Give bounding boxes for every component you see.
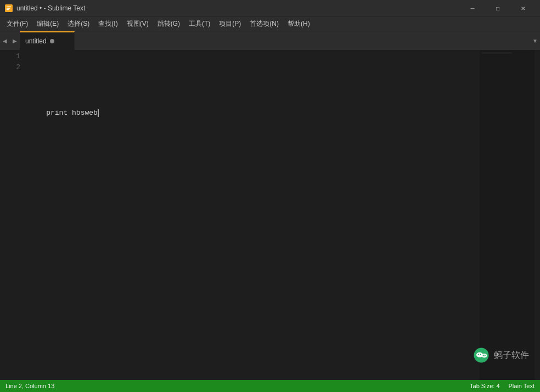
tab-untitled[interactable]: untitled: [20, 31, 75, 50]
cursor-position[interactable]: Line 2, Column 13: [5, 383, 54, 389]
editor-content[interactable]: print hbsweb: [25, 50, 480, 380]
line-number-2: 2: [0, 62, 20, 73]
svg-point-6: [483, 355, 484, 356]
tab-modified-indicator: [50, 39, 54, 43]
tab-dropdown-icon[interactable]: ▼: [530, 31, 540, 50]
tab-nav-left[interactable]: ◀: [0, 31, 10, 50]
code-text: print hbsweb: [46, 109, 98, 117]
status-bar: Line 2, Column 13 Tab Size: 4 Plain Text: [0, 380, 540, 392]
line-number-1: 1: [0, 51, 20, 62]
code-line-2: print hbsweb: [29, 108, 480, 119]
wechat-icon: [473, 347, 490, 363]
minimize-button[interactable]: ─: [460, 0, 485, 16]
tab-label: untitled: [25, 37, 47, 45]
window-controls: ─ □ ✕: [460, 0, 536, 16]
menu-help[interactable]: 帮助(H): [283, 18, 314, 30]
svg-point-5: [480, 354, 481, 355]
minimap-content: [480, 50, 535, 57]
svg-point-4: [478, 354, 479, 355]
maximize-button[interactable]: □: [485, 0, 510, 16]
menu-select[interactable]: 选择(S): [63, 18, 94, 30]
svg-point-3: [481, 354, 487, 358]
menu-find[interactable]: 查找(I): [94, 18, 122, 30]
svg-point-7: [485, 355, 486, 356]
tab-nav-right[interactable]: ▶: [10, 31, 20, 50]
window-title: untitled • - Sublime Text: [16, 4, 460, 12]
menu-edit[interactable]: 编辑(E): [32, 18, 63, 30]
tab-size[interactable]: Tab Size: 4: [470, 383, 499, 389]
status-right: Tab Size: 4 Plain Text: [470, 383, 535, 389]
vertical-scrollbar[interactable]: [535, 50, 540, 380]
watermark-text: 蚂子软件: [494, 350, 529, 361]
text-cursor: [98, 109, 99, 117]
status-left: Line 2, Column 13: [5, 383, 54, 389]
code-line-1: [29, 74, 480, 85]
line-numbers: 1 2: [0, 50, 25, 380]
title-bar: untitled • - Sublime Text ─ □ ✕: [0, 0, 540, 16]
close-button[interactable]: ✕: [510, 0, 536, 16]
menu-view[interactable]: 视图(V): [122, 18, 153, 30]
menu-tools[interactable]: 工具(T): [184, 18, 215, 30]
menu-bar: 文件(F) 编辑(E) 选择(S) 查找(I) 视图(V) 跳转(G) 工具(T…: [0, 16, 540, 31]
syntax-label[interactable]: Plain Text: [509, 383, 535, 389]
editor-area[interactable]: 1 2 print hbsweb 蚂子软件: [0, 50, 540, 380]
menu-preferences[interactable]: 首选项(N): [245, 18, 283, 30]
menu-project[interactable]: 项目(P): [215, 18, 245, 30]
watermark: 蚂子软件: [473, 347, 529, 363]
tab-bar: ◀ ▶ untitled ▼: [0, 31, 540, 50]
menu-goto[interactable]: 跳转(G): [153, 18, 184, 30]
minimap-line: [482, 52, 512, 54]
minimap: [480, 50, 535, 380]
app-icon: [4, 4, 13, 13]
menu-file[interactable]: 文件(F): [2, 18, 32, 30]
